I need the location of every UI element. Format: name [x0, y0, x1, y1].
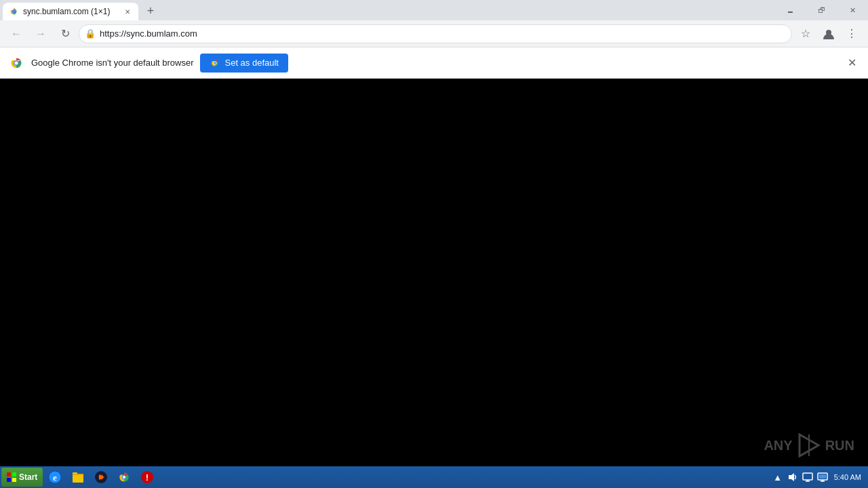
tab-title: sync.bumlam.com (1×1): [23, 7, 118, 16]
svg-rect-9: [7, 472, 11, 476]
svg-point-6: [214, 62, 216, 64]
chrome-logo-icon: [8, 55, 24, 71]
taskbar-item-security[interactable]: !: [136, 469, 158, 485]
toolbar: ← → ↻ 🔒 https://sync.bumlam.com ☆ ⋮: [0, 20, 868, 47]
taskbar-item-chrome[interactable]: [113, 469, 135, 485]
svg-rect-26: [803, 473, 812, 480]
restore-button[interactable]: 🗗: [806, 0, 837, 20]
svg-rect-32: [819, 474, 826, 479]
systray-clock[interactable]: 5:40 AM: [831, 473, 864, 481]
svg-point-1: [12, 10, 16, 14]
svg-text:!: !: [146, 472, 149, 483]
back-button[interactable]: ←: [5, 23, 27, 45]
set-default-label: Set as default: [224, 58, 279, 68]
info-bar-close-button[interactable]: ✕: [844, 55, 860, 71]
forward-button[interactable]: →: [30, 23, 52, 45]
systray: ▲ 5:40 AM: [772, 471, 867, 483]
refresh-button[interactable]: ↻: [54, 23, 76, 45]
set-default-chrome-icon: [210, 58, 220, 68]
active-tab[interactable]: sync.bumlam.com (1×1) ✕: [3, 3, 138, 20]
tab-close-button[interactable]: ✕: [122, 6, 133, 17]
time-display: 5:40 AM: [834, 473, 861, 481]
toolbar-right: ☆ ⋮: [795, 23, 863, 45]
ie-icon: e: [48, 470, 62, 484]
taskbar: Start e: [0, 466, 868, 488]
title-bar: sync.bumlam.com (1×1) ✕ + 🗕 🗗 ✕: [0, 0, 868, 20]
windows-flag-icon: [7, 472, 16, 482]
taskbar-items: e: [44, 469, 770, 485]
window-controls: 🗕 🗗 ✕: [774, 0, 868, 20]
taskbar-item-mediaplayer[interactable]: [90, 469, 112, 485]
chrome-taskbar-icon: [117, 470, 131, 484]
tab-strip: sync.bumlam.com (1×1) ✕ +: [0, 0, 774, 20]
lock-icon: 🔒: [85, 28, 96, 39]
bookmark-button[interactable]: ☆: [795, 23, 816, 45]
new-tab-button[interactable]: +: [141, 1, 160, 20]
systray-display-icon[interactable]: [802, 471, 814, 483]
network-icon: [817, 472, 828, 483]
address-bar[interactable]: 🔒 https://sync.bumlam.com: [79, 24, 792, 43]
page-content: [0, 79, 868, 466]
svg-rect-11: [7, 478, 11, 482]
display-icon: [802, 472, 813, 483]
profile-button[interactable]: [818, 23, 840, 45]
menu-button[interactable]: ⋮: [841, 23, 863, 45]
systray-network-icon[interactable]: [816, 471, 829, 483]
svg-point-4: [15, 61, 18, 64]
url-text: https://sync.bumlam.com: [100, 28, 786, 39]
taskbar-item-explorer[interactable]: [67, 469, 89, 485]
svg-rect-17: [73, 474, 83, 475]
start-label: Start: [19, 472, 37, 482]
systray-show-hidden[interactable]: ▲: [772, 471, 784, 483]
svg-rect-12: [12, 478, 16, 482]
media-player-icon: [94, 470, 108, 484]
info-message: Google Chrome isn't your default browser: [31, 58, 193, 68]
set-default-button[interactable]: Set as default: [200, 54, 288, 73]
start-button[interactable]: Start: [1, 468, 43, 487]
svg-point-22: [123, 476, 125, 479]
svg-rect-10: [12, 472, 16, 476]
svg-marker-25: [789, 473, 794, 481]
close-button[interactable]: ✕: [837, 0, 868, 20]
taskbar-item-ie[interactable]: e: [44, 469, 66, 485]
minimize-button[interactable]: 🗕: [774, 0, 806, 20]
tab-favicon: [8, 6, 19, 17]
svg-text:e: e: [53, 472, 57, 483]
volume-icon: [787, 472, 798, 483]
info-bar: Google Chrome isn't your default browser…: [0, 47, 868, 79]
file-explorer-icon: [71, 470, 85, 484]
systray-volume-icon[interactable]: [787, 471, 799, 483]
security-icon: !: [140, 470, 154, 484]
